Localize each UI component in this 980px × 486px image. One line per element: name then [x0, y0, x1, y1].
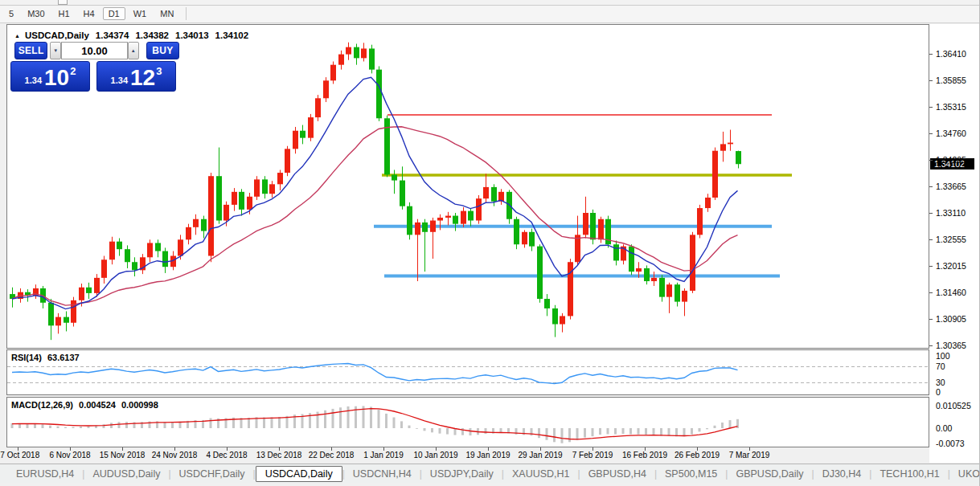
timeframe-button-5[interactable]: 5 — [3, 7, 19, 20]
price-axis-tick — [929, 160, 933, 161]
price-axis-tick — [929, 186, 933, 187]
macd-axis-label: 0.00 — [936, 423, 952, 433]
macd-histogram-bar — [57, 427, 59, 428]
candle-body — [239, 192, 244, 210]
macd-histogram-bar — [278, 417, 281, 428]
tab-usdcnh-h4[interactable]: USDCNH,H4 — [345, 467, 420, 481]
candle-body — [147, 243, 153, 257]
macd-histogram-bar — [339, 407, 342, 428]
volume-decrease-button[interactable]: ▼ — [50, 42, 61, 59]
candle-body — [193, 219, 199, 227]
macd-histogram-bar — [424, 428, 426, 431]
volume-increase-button[interactable]: ▲ — [128, 42, 139, 59]
timeframe-button-w1[interactable]: W1 — [128, 7, 153, 20]
tab-ukoil[interactable]: UKOil, — [950, 467, 980, 481]
candle-body — [644, 268, 650, 281]
candle-body — [71, 300, 76, 323]
macd-signal-line — [12, 409, 738, 439]
macd-histogram-bar — [653, 428, 655, 435]
candle-body — [315, 98, 321, 117]
timeframe-toolbar: 5M30H1H4D1W1MN — [0, 0, 979, 23]
timeframe-button-h1[interactable]: H1 — [53, 7, 76, 20]
macd-histogram-bar — [317, 412, 319, 428]
tab-tech100-h1[interactable]: TECH100,H1 — [871, 467, 947, 481]
macd-histogram-bar — [599, 428, 601, 435]
candle-body — [369, 48, 375, 69]
macd-histogram-bar — [645, 428, 647, 435]
candle-body — [491, 187, 497, 202]
rsi-chart-surface[interactable] — [7, 350, 929, 394]
candle-body — [201, 219, 207, 231]
macd-histogram-bar — [629, 428, 632, 435]
tab-audusd-daily[interactable]: AUDUSD,Daily — [84, 467, 168, 481]
candle-body — [544, 299, 550, 308]
rsi-indicator-label: RSI(14) 63.6137 — [11, 353, 80, 362]
collapse-triangle-icon[interactable]: ▲ — [14, 33, 20, 39]
tab-usdchf-daily[interactable]: USDCHF,Daily — [171, 467, 253, 481]
candle-body — [690, 235, 695, 291]
timeframe-button-m30[interactable]: M30 — [22, 7, 50, 20]
price-axis-label: 1.31460 — [936, 288, 966, 297]
candle-body — [720, 144, 726, 150]
macd-histogram-bar — [385, 414, 387, 428]
macd-histogram-bar — [370, 406, 372, 428]
tab-eurusd-h4[interactable]: EURUSD,H4 — [8, 467, 82, 481]
macd-signal-value: 0.000998 — [121, 400, 158, 410]
candle-body — [682, 291, 687, 302]
ask-price-box[interactable]: 1.34123 — [96, 61, 176, 92]
macd-histogram-bar — [461, 428, 464, 435]
macd-histogram-bar — [721, 423, 724, 428]
price-axis-tick — [929, 266, 933, 267]
tab-usdcad-daily[interactable]: USDCAD,Daily — [256, 466, 342, 482]
candle-body — [79, 288, 84, 300]
candle-body — [468, 211, 474, 221]
candle-body — [697, 208, 703, 235]
macd-histogram-bar — [660, 428, 662, 436]
sell-button[interactable]: SELL — [14, 42, 47, 59]
macd-histogram-bar — [553, 428, 556, 442]
candle-body — [216, 176, 222, 220]
tab-usdjpy-daily[interactable]: USDJPY,Daily — [422, 467, 502, 481]
macd-histogram-bar — [614, 428, 617, 435]
candle-body — [285, 149, 290, 173]
candle-body — [178, 239, 183, 255]
candle-body — [728, 143, 733, 145]
candle-body — [613, 244, 619, 260]
bid-price-box[interactable]: 1.34102 — [10, 61, 90, 92]
macd-indicator-label: MACD(12,26,9) 0.004524 0.000998 — [11, 400, 158, 410]
macd-histogram-bar — [125, 422, 128, 428]
tab-sp500-m15[interactable]: SP500,M15 — [657, 467, 725, 481]
ohlc-high: 1.34382 — [135, 31, 169, 40]
candle-body — [461, 211, 466, 224]
macd-histogram-bar — [622, 428, 625, 434]
window-bottom-edge — [0, 483, 979, 486]
tab-gbpusd-h4[interactable]: GBPUSD,H4 — [580, 467, 654, 481]
rsi-name: RSI(14) — [11, 353, 42, 362]
candle-body — [736, 151, 741, 164]
tab-xauusd-h1[interactable]: XAUUSD,H1 — [504, 467, 578, 481]
tab-gbpusd-daily[interactable]: GBPUSD,Daily — [728, 467, 811, 481]
price-axis-tick — [929, 319, 933, 320]
volume-input[interactable]: 10.00 — [61, 42, 128, 59]
tab-dj30-h4[interactable]: DJ30,H4 — [814, 467, 870, 481]
candle-body — [552, 308, 558, 325]
macd-histogram-bar — [714, 426, 716, 428]
price-axis-label: 1.36410 — [936, 49, 966, 59]
timeframe-button-h4[interactable]: H4 — [78, 7, 100, 20]
macd-histogram-bar — [263, 418, 265, 428]
timeframe-button-d1[interactable]: D1 — [103, 7, 125, 20]
macd-histogram-bar — [592, 428, 594, 436]
macd-histogram-bar — [638, 428, 640, 435]
candle-body — [422, 223, 428, 232]
price-axis-label: 1.33665 — [936, 182, 966, 191]
macd-axis-label: 0.010525 — [936, 401, 971, 410]
macd-histogram-bar — [80, 427, 82, 428]
candle-body — [537, 247, 543, 299]
buy-button[interactable]: BUY — [146, 42, 179, 59]
macd-pane: MACD(12,26,9) 0.004524 0.000998 — [6, 397, 929, 447]
timeframe-button-mn[interactable]: MN — [154, 7, 179, 20]
candle-body — [300, 131, 305, 138]
macd-histogram-bar — [561, 428, 564, 443]
macd-histogram-bar — [110, 423, 113, 428]
rsi-axis-label: 0 — [936, 387, 941, 397]
